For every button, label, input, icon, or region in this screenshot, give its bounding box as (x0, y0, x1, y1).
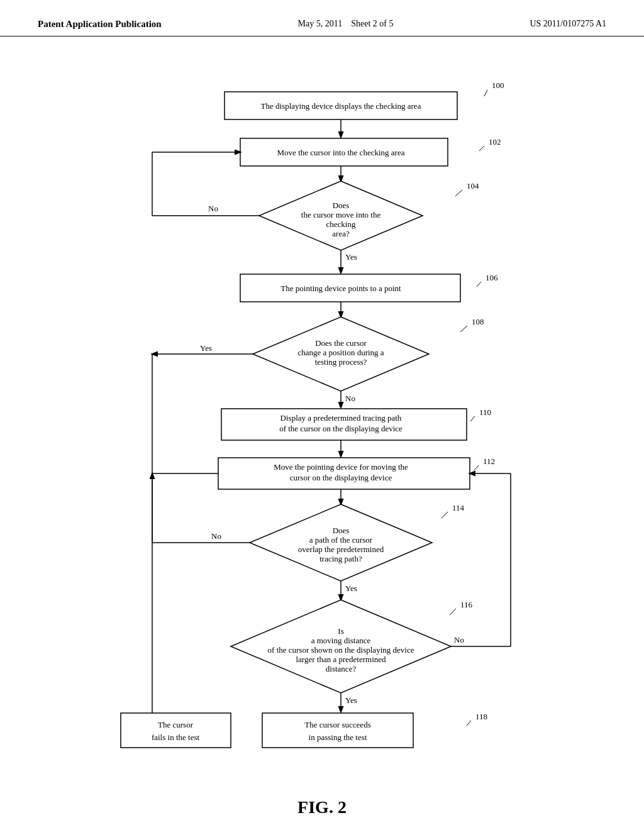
svg-text:change a position during a: change a position during a (297, 348, 384, 357)
svg-text:102: 102 (489, 137, 501, 147)
svg-text:The pointing device points to : The pointing device points to a point (280, 284, 401, 293)
svg-text:No: No (345, 394, 355, 403)
svg-text:Display a predetermined tracin: Display a predetermined tracing path (280, 413, 402, 423)
svg-text:larger than a predetermined: larger than a predetermined (296, 655, 386, 664)
header-left: Patent Application Publication (38, 19, 162, 30)
svg-text:Yes: Yes (345, 252, 357, 262)
svg-text:Is: Is (338, 626, 343, 636)
svg-text:No: No (211, 531, 221, 541)
svg-line-24 (477, 282, 481, 287)
svg-text:Yes: Yes (345, 584, 357, 593)
svg-text:Does: Does (333, 201, 350, 210)
svg-text:Does the cursor: Does the cursor (315, 338, 367, 348)
svg-text:The cursor succeeds: The cursor succeeds (304, 720, 370, 729)
svg-line-1 (484, 90, 487, 96)
svg-text:Yes: Yes (345, 695, 357, 705)
header-sheet: Sheet 2 of 5 (351, 19, 393, 28)
svg-text:106: 106 (486, 273, 498, 282)
svg-line-39 (470, 416, 475, 421)
svg-text:104: 104 (467, 181, 479, 191)
svg-text:The cursor: The cursor (158, 720, 194, 729)
svg-text:Move the cursor into the check: Move the cursor into the checking area (277, 148, 405, 157)
svg-rect-84 (121, 713, 231, 748)
svg-text:No: No (454, 635, 464, 645)
svg-text:cursor on the displaying devic: cursor on the displaying device (290, 473, 392, 482)
figure-caption: FIG. 2 (0, 797, 644, 817)
svg-text:Yes: Yes (200, 343, 212, 353)
svg-line-51 (441, 512, 448, 518)
header-center: May 5, 2011 Sheet 2 of 5 (298, 19, 394, 29)
svg-text:area?: area? (332, 229, 350, 238)
header-date: May 5, 2011 (298, 19, 343, 28)
svg-text:Does: Does (333, 526, 350, 535)
svg-line-78 (467, 721, 471, 726)
svg-rect-79 (262, 713, 413, 748)
header-right: US 2011/0107275 A1 (530, 19, 606, 29)
page-header: Patent Application Publication May 5, 20… (0, 0, 644, 36)
svg-line-6 (479, 146, 484, 151)
svg-text:checking: checking (326, 219, 356, 229)
svg-line-29 (460, 326, 467, 332)
flowchart: 100 The displaying device displays the c… (102, 49, 542, 791)
diagram-area: 100 The displaying device displays the c… (0, 36, 644, 830)
svg-text:in passing the test: in passing the test (309, 733, 367, 742)
svg-text:distance?: distance? (326, 664, 357, 673)
svg-text:112: 112 (483, 456, 495, 466)
svg-text:testing process?: testing process? (315, 357, 367, 367)
svg-text:116: 116 (460, 600, 473, 609)
svg-text:Move the pointing device for m: Move the pointing device for moving the (274, 462, 408, 472)
svg-text:No: No (208, 204, 218, 213)
svg-text:of the cursor shown on the dis: of the cursor shown on the displaying de… (268, 645, 414, 655)
svg-text:118: 118 (475, 712, 487, 721)
svg-text:100: 100 (492, 80, 504, 90)
svg-text:110: 110 (479, 407, 491, 417)
svg-text:fails in the test: fails in the test (152, 733, 200, 742)
svg-text:the cursor move into the: the cursor move into the (301, 210, 381, 219)
svg-text:a moving distance: a moving distance (311, 636, 371, 645)
svg-line-11 (455, 190, 462, 196)
svg-text:108: 108 (472, 317, 484, 326)
svg-text:overlap the predetermined: overlap the predetermined (298, 545, 384, 554)
svg-text:114: 114 (452, 503, 465, 512)
svg-text:of the cursor on the displayin: of the cursor on the displaying device (279, 424, 402, 433)
svg-line-45 (474, 465, 479, 470)
svg-text:tracing path?: tracing path? (319, 554, 362, 563)
svg-text:The displaying device displays: The displaying device displays the check… (261, 101, 421, 111)
svg-text:a path of the cursor: a path of the cursor (309, 535, 373, 545)
svg-line-64 (450, 609, 456, 615)
